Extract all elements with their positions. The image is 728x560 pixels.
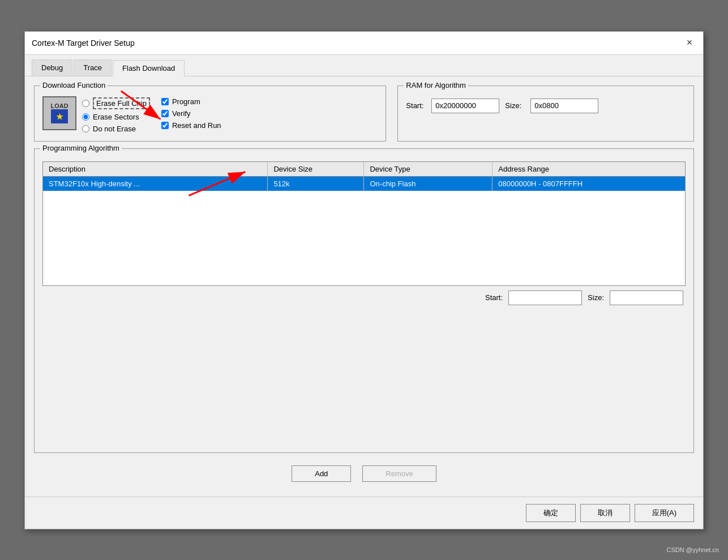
ram-start-row: Start: Size:	[406, 99, 686, 113]
ram-size-input[interactable]	[530, 99, 598, 113]
chip-icon	[51, 109, 68, 123]
ram-algorithm-group: RAM for Algorithm Start: Size:	[397, 86, 694, 142]
programming-table-container: Description Device Size Device Type Addr…	[42, 161, 686, 286]
tab-bar: Debug Trace Flash Download	[25, 55, 703, 76]
reset-run-checkbox[interactable]	[161, 122, 169, 129]
ram-start-input[interactable]	[431, 99, 499, 113]
prog-bottom-row: Start: Size:	[42, 286, 686, 307]
top-section: Download Function LOAD Erase Full Chip	[34, 86, 694, 142]
col-address-range: Address Range	[493, 162, 685, 177]
ram-inner: Start: Size:	[406, 92, 686, 113]
dialog-title: Cortex-M Target Driver Setup	[32, 39, 135, 48]
verify-label: Verify	[172, 109, 191, 118]
download-checkboxes: Program Verify Reset and Run	[156, 96, 221, 130]
close-button[interactable]: ×	[683, 36, 696, 50]
prog-size-input[interactable]	[610, 290, 683, 305]
ram-algorithm-legend: RAM for Algorithm	[404, 81, 468, 89]
erase-full-chip-option[interactable]: Erase Full Chip	[82, 97, 150, 109]
verify-checkbox[interactable]	[161, 110, 169, 117]
erase-sectors-label: Erase Sectors	[93, 113, 139, 121]
add-remove-buttons: Add Remove	[34, 460, 694, 488]
programming-table: Description Device Size Device Type Addr…	[43, 162, 685, 191]
watermark: CSDN @yyhnet.cn	[667, 546, 719, 553]
reset-run-option[interactable]: Reset and Run	[161, 121, 221, 130]
apply-button[interactable]: 应用(A)	[635, 504, 694, 522]
programming-algorithm-group: Programming Algorithm Description Device…	[34, 148, 694, 453]
confirm-button[interactable]: 确定	[526, 504, 576, 522]
cell-description: STM32F10x High-density ...	[43, 176, 268, 191]
program-checkbox[interactable]	[161, 98, 169, 105]
add-button[interactable]: Add	[292, 465, 351, 482]
main-content: Download Function LOAD Erase Full Chip	[25, 76, 703, 497]
prog-start-input[interactable]	[508, 290, 582, 305]
erase-sectors-radio[interactable]	[82, 113, 89, 121]
col-description: Description	[43, 162, 268, 177]
footer: 确定 取消 应用(A)	[25, 497, 703, 529]
col-device-type: Device Type	[364, 162, 493, 177]
cell-device-size: 512k	[268, 176, 364, 191]
tab-flash-download[interactable]: Flash Download	[113, 60, 185, 76]
do-not-erase-option[interactable]: Do not Erase	[82, 125, 150, 133]
dialog: Cortex-M Target Driver Setup × Debug Tra…	[24, 31, 704, 529]
ram-start-label: Start:	[406, 101, 426, 110]
table-row[interactable]: STM32F10x High-density ... 512k On-chip …	[43, 176, 685, 191]
program-label: Program	[172, 97, 200, 106]
verify-option[interactable]: Verify	[161, 109, 221, 118]
table-empty-space	[43, 191, 685, 281]
cell-address-range: 08000000H - 0807FFFFH	[493, 176, 685, 191]
download-function-inner: LOAD Erase Full Chip Erase Sectors	[42, 92, 378, 133]
ram-size-label: Size:	[505, 101, 525, 110]
remove-button[interactable]: Remove	[362, 465, 436, 482]
tab-debug[interactable]: Debug	[32, 59, 72, 76]
title-bar: Cortex-M Target Driver Setup ×	[25, 32, 703, 55]
erase-options: Erase Full Chip Erase Sectors Do not Era…	[82, 96, 150, 133]
cancel-button[interactable]: 取消	[580, 504, 630, 522]
load-icon: LOAD	[42, 96, 76, 130]
erase-sectors-option[interactable]: Erase Sectors	[82, 113, 150, 121]
erase-full-chip-label: Erase Full Chip	[93, 97, 150, 109]
download-function-group: Download Function LOAD Erase Full Chip	[34, 86, 386, 142]
do-not-erase-label: Do not Erase	[93, 125, 136, 133]
col-device-size: Device Size	[268, 162, 364, 177]
prog-start-label: Start:	[485, 293, 503, 302]
tab-trace[interactable]: Trace	[74, 59, 112, 76]
program-option[interactable]: Program	[161, 97, 221, 106]
cell-device-type: On-chip Flash	[364, 176, 493, 191]
reset-run-label: Reset and Run	[172, 121, 221, 130]
programming-algorithm-legend: Programming Algorithm	[40, 144, 122, 152]
do-not-erase-radio[interactable]	[82, 125, 89, 132]
download-function-legend: Download Function	[40, 81, 108, 89]
erase-full-chip-radio[interactable]	[82, 100, 89, 107]
prog-size-label: Size:	[588, 293, 604, 302]
